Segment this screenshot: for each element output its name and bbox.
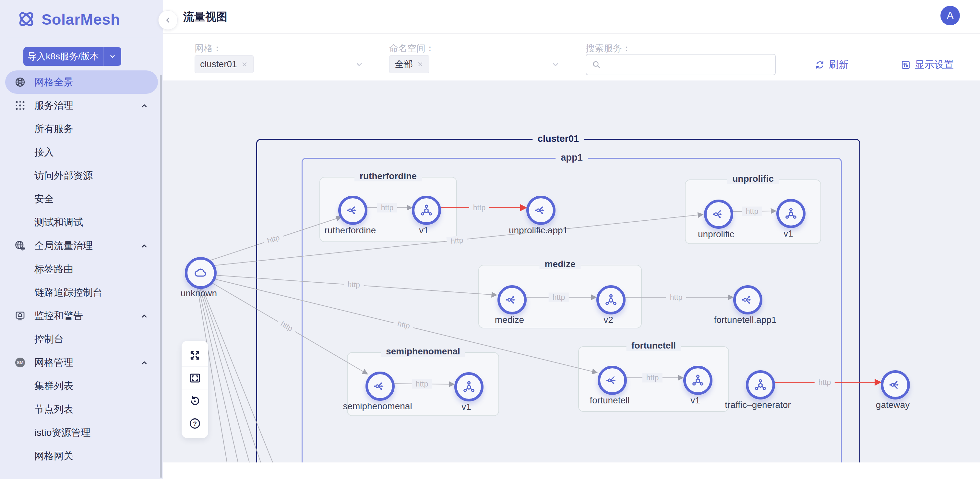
sidebar-item-label: 访问外部资源 (34, 169, 93, 182)
sidebar-item-console[interactable]: 控制台 (0, 327, 163, 351)
workload-icon (420, 204, 433, 217)
globe-gear-icon (14, 240, 26, 252)
node-medize[interactable] (498, 285, 527, 315)
import-k8s-label: 导入k8s服务/版本 (23, 50, 103, 62)
service-icon (535, 204, 547, 217)
sidebar-item-mesh-gateway[interactable]: 网格网关 (0, 444, 163, 468)
help-button[interactable] (181, 412, 208, 435)
sidebar-item-mesh-management[interactable]: 网格管理 (0, 351, 163, 374)
node-traffic-generator[interactable] (746, 370, 775, 399)
node-gateway[interactable] (881, 370, 910, 399)
search-service-input[interactable] (605, 59, 770, 70)
sidebar-item-tracing-console[interactable]: 链路追踪控制台 (0, 281, 163, 304)
sidebar-item-label-routing[interactable]: 标签路由 (0, 257, 163, 281)
chevron-up-icon[interactable] (140, 241, 149, 251)
sidebar-item-onboarding[interactable]: 接入 (0, 141, 163, 164)
node-unknown[interactable] (185, 257, 216, 289)
sidebar-scrollbar[interactable] (160, 75, 162, 478)
sidebar-item-label: istio资源管理 (34, 426, 91, 439)
chevron-up-icon[interactable] (140, 101, 149, 110)
mesh-filter-chip[interactable]: cluster01 (194, 55, 254, 73)
sidebar-item-label: 链路追踪控制台 (34, 286, 102, 299)
node-medize-v2[interactable] (597, 285, 625, 315)
sidebar-item-service-governance[interactable]: 服务治理 (0, 94, 163, 117)
sidebar-item-node-list[interactable]: 节点列表 (0, 398, 163, 421)
sidebar-item-all-services[interactable]: 所有服务 (0, 117, 163, 141)
fullscreen-button[interactable] (181, 344, 208, 367)
workload-icon (463, 380, 476, 393)
sidebar-item-label: 网格全景 (34, 76, 73, 89)
namespace-filter-chip[interactable]: 全部 (389, 55, 430, 73)
refresh-button[interactable]: 刷新 (813, 58, 850, 72)
sidebar-item-external-resources[interactable]: 访问外部资源 (0, 164, 163, 187)
sidebar-item-label: 网格网关 (34, 449, 73, 463)
node-semiphenomenal-v1[interactable] (454, 372, 484, 401)
service-icon (346, 204, 359, 217)
sidebar-item-label: 所有服务 (34, 122, 73, 136)
sidebar-item-label: 控制台 (34, 333, 64, 346)
solarmesh-logo-icon (17, 10, 36, 29)
node-unprolific-v1[interactable] (776, 199, 805, 228)
search-service-box[interactable] (585, 54, 776, 75)
traffic-graph-canvas[interactable]: cluster01 app1 rutherfordine unprolific … (163, 80, 980, 463)
service-icon (712, 208, 725, 221)
close-icon[interactable] (241, 61, 248, 68)
fit-view-button[interactable] (181, 367, 208, 390)
sidebar-item-label: 接入 (34, 146, 54, 159)
namespace-filter-value: 全部 (395, 58, 413, 70)
top-bar: 流量视图 A (163, 0, 980, 34)
sidebar-item-istio-resources[interactable]: istio资源管理 (0, 421, 163, 444)
node-fortunetell-app1[interactable] (733, 285, 762, 315)
chevron-up-icon[interactable] (140, 311, 149, 321)
node-rutherfordine-v1[interactable] (412, 196, 441, 225)
sidebar-item-label: 服务治理 (34, 99, 73, 112)
sidebar-item-cluster-list[interactable]: 集群列表 (0, 374, 163, 398)
sidebar-item-security[interactable]: 安全 (0, 187, 163, 211)
sidebar-item-label: 标签路由 (34, 263, 73, 276)
service-icon (374, 380, 387, 393)
sidebar-item-label: 网格管理 (34, 356, 73, 369)
sidebar-collapse-button[interactable] (158, 10, 178, 30)
node-fortunetell[interactable] (598, 366, 627, 395)
chevron-left-icon (163, 15, 173, 25)
node-unprolific[interactable] (704, 200, 733, 229)
cloud-icon (194, 266, 208, 280)
group-label: semiphenomenal (381, 346, 465, 357)
sidebar-item-mesh-overview[interactable]: 网格全景 (5, 70, 158, 94)
service-icon (889, 378, 902, 391)
dots-grid-icon (14, 100, 26, 111)
refresh-label: 刷新 (829, 58, 848, 72)
filter-bar: 网格： cluster01 命名空间： 全部 搜索服务： 刷新 显示设置 (163, 34, 980, 80)
namespace-dropdown-chevron-down-icon[interactable] (550, 60, 560, 69)
fit-view-icon (188, 372, 201, 385)
sidebar-item-label: 全局流量治理 (34, 239, 93, 252)
chevron-down-icon[interactable] (103, 52, 121, 61)
sidebar-item-global-traffic[interactable]: 全局流量治理 (0, 234, 163, 257)
service-icon (506, 293, 519, 307)
monitor-bell-icon (14, 310, 26, 322)
page-title: 流量视图 (183, 10, 228, 24)
logo-text: SolarMesh (41, 10, 120, 28)
node-label: gateway (876, 400, 910, 410)
mesh-dropdown-chevron-down-icon[interactable] (355, 60, 364, 69)
node-unprolific-app1[interactable] (526, 196, 555, 225)
node-rutherfordine[interactable] (338, 196, 368, 225)
chevron-up-icon[interactable] (140, 358, 149, 367)
display-settings-icon (900, 60, 911, 70)
sidebar-item-label: 安全 (34, 192, 54, 206)
workload-icon (691, 374, 704, 387)
display-settings-button[interactable]: 显示设置 (899, 58, 956, 72)
sidebar-item-monitor-alert[interactable]: 监控和警告 (0, 304, 163, 327)
close-icon[interactable] (417, 61, 424, 68)
node-semiphenomenal[interactable] (366, 372, 395, 401)
sidebar-item-label: 集群列表 (34, 379, 73, 393)
app-box-label: app1 (555, 152, 588, 163)
sidebar-menu: 网格全景 服务治理 所有服务 接入 访问外部资源 安全 测试和调试 全局流量治理… (0, 70, 163, 468)
avatar[interactable]: A (940, 6, 960, 25)
import-k8s-button[interactable]: 导入k8s服务/版本 (23, 47, 121, 66)
node-fortunetell-v1[interactable] (683, 366, 713, 395)
refresh-icon (815, 60, 825, 70)
sidebar-item-test-debug[interactable]: 测试和调试 (0, 211, 163, 234)
sidebar: SolarMesh 导入k8s服务/版本 网格全景 服务治理 所有服务 接入 访… (0, 0, 163, 479)
reset-view-button[interactable] (181, 390, 208, 412)
